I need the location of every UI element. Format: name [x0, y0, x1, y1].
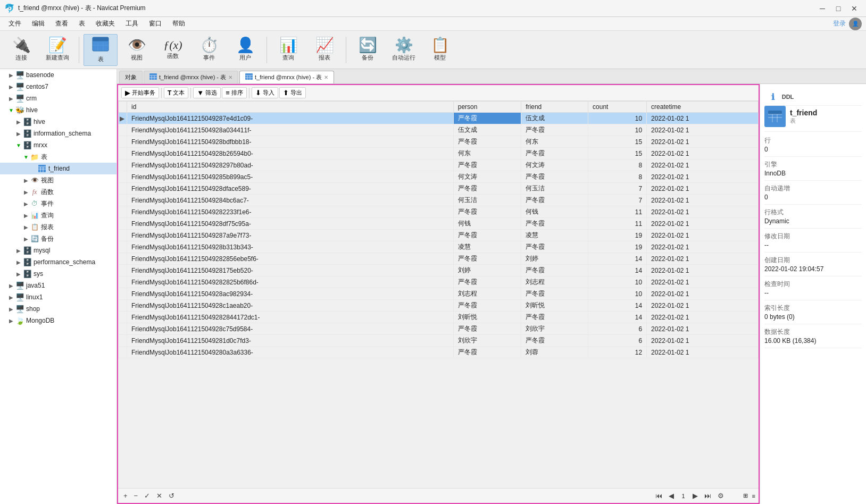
- sidebar-item-hive[interactable]: ▼ 🐝 hive: [0, 104, 116, 116]
- table-row[interactable]: FriendMysqlJob16411215049281d0c7fd3-刘欣宇严…: [119, 335, 759, 347]
- col-person[interactable]: person: [453, 102, 521, 113]
- maximize-button[interactable]: □: [831, 3, 846, 14]
- table-row[interactable]: FriendMysqlJob16411215049282844172dc1-刘昕…: [119, 312, 759, 323]
- table-row[interactable]: FriendMysqlJob1641121504928175eb520-刘婷严冬…: [119, 265, 759, 276]
- col-count[interactable]: count: [588, 102, 647, 113]
- sidebar-item-mrxx[interactable]: ▼ 🗄️ mrxx: [0, 139, 116, 151]
- sidebar-item-sys[interactable]: ▶ 🗄️ sys: [0, 268, 116, 280]
- table-row[interactable]: FriendMysqlJob1641121504928b313b343-凌慧严冬…: [119, 241, 759, 253]
- toggle-crm[interactable]: ▶: [7, 96, 15, 102]
- menu-help[interactable]: 帮助: [168, 18, 189, 29]
- toggle-hive[interactable]: ▼: [7, 107, 15, 113]
- add-row-button[interactable]: +: [121, 491, 130, 500]
- connect-button[interactable]: 🔌 连接: [4, 34, 38, 66]
- toggle-view-group[interactable]: ▶: [22, 178, 30, 183]
- toggle-sys[interactable]: ▶: [15, 271, 22, 277]
- table-row[interactable]: FriendMysqlJob1641121504928b26594b0-何东严冬…: [119, 148, 759, 159]
- toggle-hive-db[interactable]: ▶: [15, 119, 22, 125]
- sidebar-item-event-group[interactable]: ▶ ⏱ 事件: [0, 198, 116, 209]
- sidebar-item-basenode[interactable]: ▶ 🖥️ basenode: [0, 69, 116, 81]
- sidebar-item-centos7[interactable]: ▶ 🖥️ centos7: [0, 81, 116, 93]
- toggle-mrxx[interactable]: ▼: [15, 142, 22, 148]
- titlebar-controls[interactable]: ─ □ ✕: [815, 3, 862, 14]
- toggle-backup-group[interactable]: ▶: [22, 236, 30, 242]
- table-row[interactable]: FriendMysqlJob16411215049285b899ac5-何文涛严…: [119, 171, 759, 183]
- sidebar-item-query-group[interactable]: ▶ 📊 查询: [0, 209, 116, 221]
- toggle-information-schema[interactable]: ▶: [15, 131, 22, 137]
- sidebar-item-performance-schema[interactable]: ▶ 🗄️ performance_schema: [0, 256, 116, 268]
- refresh-button[interactable]: ↺: [166, 491, 177, 500]
- text-button[interactable]: T 文本: [164, 87, 188, 98]
- tab-t-friend-1[interactable]: t_friend @mrxx (hive) - 表 ✕: [144, 71, 238, 83]
- ddl-button[interactable]: DDL: [781, 90, 794, 103]
- toggle-event-group[interactable]: ▶: [22, 201, 30, 207]
- toggle-basenode[interactable]: ▶: [7, 72, 15, 78]
- remove-row-button[interactable]: −: [132, 491, 140, 500]
- menu-edit[interactable]: 编辑: [28, 18, 49, 29]
- info-icon-button[interactable]: ℹ: [767, 90, 779, 103]
- sidebar-item-information-schema[interactable]: ▶ 🗄️ information_schema: [0, 128, 116, 139]
- settings-button[interactable]: ⚙: [715, 491, 726, 500]
- table-button[interactable]: 表: [84, 34, 118, 66]
- first-page-button[interactable]: ⏮: [653, 491, 664, 500]
- form-view-button[interactable]: ≡: [752, 493, 755, 499]
- close-button[interactable]: ✕: [847, 3, 862, 14]
- sidebar-item-hive-db[interactable]: ▶ 🗄️ hive: [0, 116, 116, 128]
- menu-file[interactable]: 文件: [4, 18, 26, 29]
- begin-tx-button[interactable]: ▶ 开始事务: [121, 87, 159, 98]
- model-button[interactable]: 📋 模型: [423, 34, 457, 66]
- table-row[interactable]: FriendMysqlJob1641121504928ac982934-刘志程严…: [119, 288, 759, 300]
- table-row[interactable]: ▶FriendMysqlJob16411215049287e4d1c09-严冬霞…: [119, 113, 759, 124]
- col-id[interactable]: id: [127, 102, 454, 113]
- toggle-mysql[interactable]: ▶: [15, 248, 22, 254]
- toggle-report-group[interactable]: ▶: [22, 224, 30, 230]
- func-button[interactable]: ƒ(x) 函数: [156, 34, 190, 66]
- tab-objects[interactable]: 对象: [119, 71, 143, 83]
- import-button[interactable]: ⬇ 导入: [252, 87, 278, 98]
- table-row[interactable]: FriendMysqlJob1641121504928297b80ad-严冬霞何…: [119, 159, 759, 171]
- menu-tools[interactable]: 工具: [121, 18, 143, 29]
- confirm-button[interactable]: ✓: [142, 491, 152, 500]
- table-row[interactable]: FriendMysqlJob1641121504928bdfbbb18-严冬霞何…: [119, 136, 759, 148]
- filter-button[interactable]: ▼ 筛选: [193, 87, 221, 98]
- table-row[interactable]: FriendMysqlJob16411215049282856ebe5f6-严冬…: [119, 253, 759, 265]
- table-row[interactable]: FriendMysqlJob16411215049284bc6ac7-何玉洁严冬…: [119, 195, 759, 206]
- menu-window[interactable]: 窗口: [145, 18, 166, 29]
- toggle-linux1[interactable]: ▶: [7, 295, 15, 300]
- table-row[interactable]: FriendMysqlJob1641121504928df75c95a-何钱严冬…: [119, 218, 759, 230]
- report-button[interactable]: 📈 报表: [307, 34, 342, 66]
- toggle-centos7[interactable]: ▶: [7, 84, 15, 90]
- toggle-shop[interactable]: ▶: [7, 306, 15, 312]
- tab-t-friend-2-close[interactable]: ✕: [324, 74, 328, 80]
- sort-button[interactable]: ≡ 排序: [222, 87, 247, 98]
- table-row[interactable]: FriendMysqlJob1641121504928dface589-严冬霞何…: [119, 183, 759, 195]
- view-button[interactable]: 👁️ 视图: [120, 34, 154, 66]
- sidebar-item-mongodb[interactable]: ▶ 🍃 MongoDB: [0, 315, 116, 326]
- toggle-table-group[interactable]: ▼: [22, 154, 30, 160]
- next-page-button[interactable]: ▶: [690, 491, 700, 500]
- login-label[interactable]: 登录: [833, 19, 846, 28]
- user-button[interactable]: 👤 用户: [228, 34, 262, 66]
- sidebar-item-func-group[interactable]: ▶ fx 函数: [0, 186, 116, 198]
- table-row[interactable]: FriendMysqlJob16411215049280a3a6336-严冬霞刘…: [119, 347, 759, 358]
- col-createtime[interactable]: createtime: [647, 102, 759, 113]
- sidebar-item-table-group[interactable]: ▼ 📁 表: [0, 151, 116, 163]
- prev-page-button[interactable]: ◀: [667, 491, 676, 500]
- toggle-performance-schema[interactable]: ▶: [15, 259, 22, 265]
- sidebar-item-t-friend[interactable]: ▶ t_friend: [0, 163, 116, 174]
- cancel-edit-button[interactable]: ✕: [154, 491, 164, 500]
- table-row[interactable]: FriendMysqlJob16411215049282825b6f86d-严冬…: [119, 276, 759, 288]
- col-friend[interactable]: friend: [521, 102, 588, 113]
- table-row[interactable]: FriendMysqlJob1641121504928a034411f-伍文成严…: [119, 124, 759, 136]
- login-area[interactable]: 登录 👤: [833, 18, 862, 30]
- toggle-func-group[interactable]: ▶: [22, 189, 30, 195]
- backup-button[interactable]: 🔄 备份: [351, 34, 385, 66]
- grid-view-button[interactable]: ⊞: [743, 492, 748, 499]
- tab-t-friend-1-close[interactable]: ✕: [228, 74, 232, 80]
- sidebar-item-java51[interactable]: ▶ 🖥️ java51: [0, 280, 116, 291]
- toggle-mongodb[interactable]: ▶: [7, 318, 15, 324]
- query-button[interactable]: 📊 查询: [271, 34, 305, 66]
- table-row[interactable]: FriendMysqlJob1641121504928c75d9584-严冬霞刘…: [119, 323, 759, 335]
- table-row[interactable]: FriendMysqlJob1641121504928c1aeab20-严冬霞刘…: [119, 300, 759, 312]
- table-row[interactable]: FriendMysqlJob16411215049282233f1e6-严冬霞何…: [119, 206, 759, 218]
